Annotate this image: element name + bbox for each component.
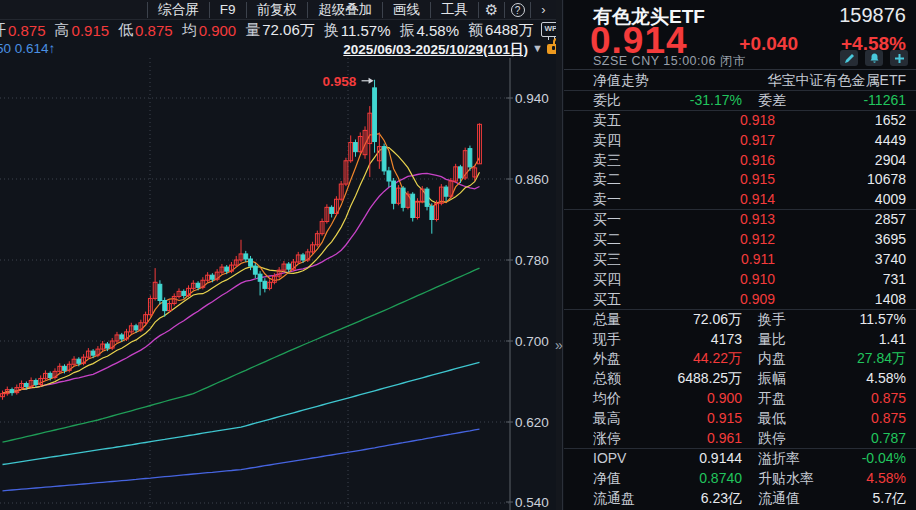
nav-trend-label[interactable]: 净值走势 <box>593 72 649 90</box>
amplitude-value: 4.58% <box>417 22 460 39</box>
stat-value-left: 72.06万 <box>693 311 742 329</box>
weibi-value: -31.17% <box>690 92 742 108</box>
depth-level-label: 买二 <box>593 231 621 249</box>
candlestick-chart[interactable]: 0.9400.8600.7800.7000.6200.5400.958 <box>0 58 563 510</box>
stat-label-right: 最低 <box>758 410 786 428</box>
toolbar-tab-5[interactable]: 画线 <box>382 2 430 18</box>
y-axis-tick-label: 0.860 <box>515 172 549 187</box>
turnover-value: 11.57% <box>341 22 391 39</box>
depth-price[interactable]: 0.918 <box>740 112 775 128</box>
depth-volume: 2904 <box>875 152 906 168</box>
toolbar-tab-1[interactable]: 综合屏 <box>147 2 209 18</box>
depth-price[interactable]: 0.914 <box>740 191 775 207</box>
depth-volume: 10678 <box>867 171 906 187</box>
nav-trend-row: 净值走势华宝中证有色金属ETF <box>564 71 916 91</box>
depth-volume: 4449 <box>875 132 906 148</box>
avg-value: 0.900 <box>199 22 237 39</box>
help-icon[interactable]: ? <box>504 2 530 18</box>
stat-value-left: 0.9144 <box>699 450 742 466</box>
stat-value-left: 6.23亿 <box>701 490 742 508</box>
quote-detail-rows: 净值走势华宝中证有色金属ETF委比-31.17%委差-11261卖五0.9181… <box>564 71 916 509</box>
stat-row: 总额6488.25万振幅4.58% <box>564 369 916 389</box>
pane-divider[interactable] <box>556 0 563 510</box>
depth-volume: 1408 <box>875 291 906 307</box>
high-value: 0.915 <box>72 22 110 39</box>
toolbar-tab-3[interactable]: 前复权 <box>246 2 308 18</box>
depth-price[interactable]: 0.915 <box>740 171 775 187</box>
stat-value-right: 0.787 <box>871 430 906 446</box>
depth-price[interactable]: 0.909 <box>740 291 775 307</box>
weibi-label: 委比 <box>593 92 621 110</box>
stat-value-left: 0.915 <box>707 410 742 426</box>
stat-label-right: 流通值 <box>758 490 800 508</box>
depth-row: 卖四0.9174449 <box>564 131 916 151</box>
toolbar-tab-6[interactable]: 工具 <box>430 2 478 18</box>
alert-bell-icon[interactable] <box>865 50 883 66</box>
stat-value-left: 4173 <box>711 331 742 347</box>
depth-volume: 1652 <box>875 112 906 128</box>
stat-label-right: 跌停 <box>758 430 786 448</box>
depth-level-label: 买四 <box>593 271 621 289</box>
stat-row: 外盘44.22万内盘27.84万 <box>564 349 916 369</box>
toolbar-tab-2[interactable]: F9 <box>209 2 246 18</box>
more-arrow-icon[interactable]: › <box>530 2 556 18</box>
stat-label-right: 换手 <box>758 311 786 329</box>
security-code: 159876 <box>839 4 906 27</box>
depth-price[interactable]: 0.910 <box>740 271 775 287</box>
stat-row: 总量72.06万换手11.57% <box>564 310 916 330</box>
depth-row: 卖二0.91510678 <box>564 170 916 190</box>
stat-value-left: 6488.25万 <box>677 370 742 388</box>
depth-price[interactable]: 0.911 <box>741 251 775 267</box>
stat-label-right: 溢折率 <box>758 450 800 468</box>
depth-level-label: 买一 <box>593 211 621 229</box>
stat-row: 最高0.915最低0.875 <box>564 409 916 429</box>
turnover-label: 换 <box>324 21 339 40</box>
depth-price[interactable]: 0.913 <box>740 211 775 227</box>
add-plus-icon[interactable] <box>890 50 908 66</box>
volume-label: 量 <box>245 21 260 40</box>
volume-value: 72.06万 <box>262 21 315 40</box>
chevron-down-icon[interactable]: ▼ <box>532 42 543 54</box>
depth-price[interactable]: 0.917 <box>740 132 775 148</box>
ohlc-status-bar: 开0.875 高0.915 低0.875 均0.900 量72.06万 换11.… <box>0 20 540 41</box>
stat-value-left: 44.22万 <box>693 350 742 368</box>
toolbar-tab-4[interactable]: 超级叠加 <box>307 2 382 18</box>
quote-panel: 有色龙头ETF 159876 0.914 +0.040 +4.58% SZSE … <box>564 0 916 510</box>
weicha-value: -11261 <box>863 92 906 108</box>
depth-volume: 4009 <box>875 191 906 207</box>
y-axis-tick-label: 0.940 <box>515 91 549 106</box>
bid-ask-ratio-row: 委比-31.17%委差-11261 <box>564 91 916 111</box>
depth-level-label: 卖三 <box>593 152 621 170</box>
stat-label-right: 内盘 <box>758 350 786 368</box>
depth-row: 买四0.910731 <box>564 270 916 290</box>
stat-label-left: 净值 <box>593 470 621 488</box>
depth-volume: 2857 <box>875 211 906 227</box>
high-price-annotation: 0.958 <box>323 74 357 89</box>
y-axis-tick-label: 0.620 <box>515 415 549 430</box>
depth-level-label: 卖四 <box>593 132 621 150</box>
depth-price[interactable]: 0.916 <box>740 152 775 168</box>
date-range-selector[interactable]: 2025/06/03-2025/10/29(101日) <box>343 41 528 59</box>
y-axis-tick-label: 0.700 <box>515 334 549 349</box>
chart-legend-row: 50 0.614↑ 2025/06/03-2025/10/29(101日) ▼ <box>0 41 563 58</box>
depth-volume: 3695 <box>875 231 906 247</box>
depth-row: 买二0.9123695 <box>564 230 916 250</box>
depth-row: 卖一0.9144009 <box>564 190 916 210</box>
gear-icon[interactable]: ⚙ <box>478 2 504 18</box>
stat-value-left: 0.8740 <box>699 470 742 486</box>
open-value: 0.875 <box>8 22 46 39</box>
stat-row: 现手4173量比1.41 <box>564 330 916 350</box>
depth-price[interactable]: 0.912 <box>740 231 775 247</box>
amount-label: 额 <box>468 21 483 40</box>
depth-row: 买五0.9091408 <box>564 290 916 310</box>
depth-row: 卖五0.9181652 <box>564 111 916 131</box>
y-axis-tick-label: 0.780 <box>515 253 549 268</box>
stat-row: 净值0.8740升贴水率4.58% <box>564 469 916 489</box>
amplitude-label: 振 <box>400 21 415 40</box>
stat-value-right: 0.875 <box>871 410 906 426</box>
high-label: 高 <box>55 21 70 40</box>
stat-value-right: 4.58% <box>866 370 906 386</box>
stat-label-left: 总量 <box>593 311 621 329</box>
edit-pencil-icon[interactable] <box>840 50 858 66</box>
stat-value-left: 0.961 <box>707 430 742 446</box>
